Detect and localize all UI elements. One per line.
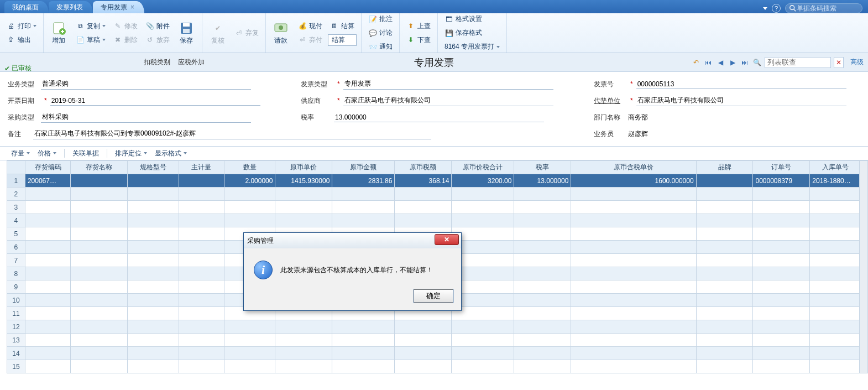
notify-button[interactable]: 📨通知 — [366, 41, 395, 53]
link-query-input[interactable] — [765, 57, 831, 68]
table-row[interactable]: 12 — [7, 320, 861, 334]
col-inbill[interactable]: 入库单号 — [810, 161, 861, 174]
request-button[interactable]: 请款 — [270, 15, 292, 50]
print-button[interactable]: 🖨打印 — [4, 20, 39, 32]
upcheck-button[interactable]: ⬆上查 — [404, 20, 433, 32]
table-row[interactable]: 4 — [7, 214, 861, 227]
cash-button[interactable]: 💰现付 — [296, 20, 325, 32]
btn-label: 放弃 — [156, 35, 170, 45]
dept-value[interactable]: 商务部 — [627, 112, 837, 123]
supplier-value[interactable]: 石家庄跃马电子科技有限公司 — [343, 95, 553, 106]
col-inclprice[interactable]: 原币含税单价 — [571, 161, 696, 174]
table-row[interactable]: 3 — [7, 201, 861, 214]
col-order[interactable]: 订单号 — [753, 161, 810, 174]
ribbon: 🖨打印 ⮸输出 增加 ⧉复制 📄草稿 ✎修改 ✖删除 📎附件 ↺放弃 保存 ✔ … — [0, 13, 868, 53]
copy-button[interactable]: ⧉复制 — [74, 20, 108, 32]
add-button[interactable]: 增加 — [48, 15, 70, 50]
svg-rect-5 — [183, 23, 190, 27]
btn-label: 打印 — [18, 22, 31, 31]
dialog-titlebar[interactable]: 采购管理 ✕ — [244, 233, 461, 248]
search-icon[interactable]: 🔍 — [752, 58, 761, 67]
taxrate-value[interactable]: 13.000000 — [334, 113, 544, 122]
close-icon[interactable]: × — [130, 3, 134, 11]
table-row[interactable]: 2 — [7, 188, 861, 201]
displayformat-menu[interactable]: 显示格式 — [155, 149, 187, 158]
next-icon[interactable]: ▶ — [728, 58, 737, 67]
svg-point-0 — [790, 6, 794, 10]
table-row[interactable]: 15 — [7, 360, 861, 373]
date-value[interactable]: 2019-05-31 — [50, 96, 260, 106]
tab-invoice-list[interactable]: 发票列表 — [49, 1, 93, 13]
last-icon[interactable]: ⏭ — [740, 58, 749, 67]
link-doc[interactable]: 关联单据 — [72, 149, 99, 158]
purtype-value[interactable]: 材料采购 — [41, 112, 251, 123]
dialog-close-button[interactable]: ✕ — [435, 234, 459, 245]
help-icon[interactable]: ? — [772, 4, 781, 13]
col-rate[interactable]: 税率 — [514, 161, 571, 174]
undo-icon[interactable]: ↶ — [692, 58, 700, 67]
col-total[interactable]: 原币价税合计 — [452, 161, 514, 174]
barcode-search[interactable] — [785, 3, 862, 13]
sort-menu[interactable]: 排序定位 — [115, 149, 147, 158]
settle-button[interactable]: 🗏结算 — [328, 20, 357, 32]
col-unit[interactable]: 主计量 — [179, 161, 224, 174]
oppose-button[interactable]: ⏎弃复 — [232, 27, 261, 39]
invno-value[interactable]: 0000005113 — [636, 80, 846, 89]
biztype-value[interactable]: 普通采购 — [41, 79, 251, 90]
format-button[interactable]: 🗔格式设置 — [442, 13, 502, 25]
svg-point-8 — [279, 25, 283, 30]
table-row[interactable]: 1200067…2.0000001415.9300002831.86368.14… — [7, 174, 861, 188]
col-rownum[interactable] — [7, 161, 25, 174]
price-menu[interactable]: 价格 — [38, 149, 56, 158]
giveup-button[interactable]: ⏎弃付 — [296, 34, 325, 46]
settle2-button[interactable]: 结算 — [328, 34, 357, 46]
vertical-scrollbar[interactable] — [859, 160, 868, 373]
dialog-ok-button[interactable]: 确定 — [414, 289, 453, 303]
dept-label: 部门名称 — [594, 113, 627, 122]
audit-button[interactable]: ✔ 复核 — [207, 15, 229, 50]
note-button[interactable]: 📝批注 — [366, 13, 395, 25]
delete-button[interactable]: ✖删除 — [111, 34, 140, 46]
tab-special-invoice[interactable]: 专用发票× — [93, 1, 144, 13]
export-button[interactable]: ⮸输出 — [4, 34, 39, 46]
tab-label: 专用发票 — [101, 3, 127, 11]
downcheck-button[interactable]: ⬇下查 — [404, 34, 433, 46]
oppose-icon: ⏎ — [234, 29, 243, 38]
advanced-link[interactable]: 高级 — [850, 58, 864, 67]
col-tax[interactable]: 原币税额 — [395, 161, 452, 174]
discuss-button[interactable]: 💬讨论 — [366, 27, 395, 39]
stock-menu[interactable]: 存量 — [11, 149, 30, 158]
table-row[interactable]: 14 — [7, 347, 861, 360]
remark-value[interactable]: 石家庄跃马电子科技有限公司到专票00809102#-赵彦辉 — [33, 128, 431, 139]
btn-label: 修改 — [124, 22, 138, 31]
first-icon[interactable]: ⏮ — [704, 58, 713, 67]
prev-icon[interactable]: ◀ — [716, 58, 725, 67]
col-price[interactable]: 原币单价 — [275, 161, 332, 174]
agent-value[interactable]: 石家庄跃马电子科技有限公司 — [636, 95, 846, 106]
dialog-message: 此发票来源包含不核算成本的入库单行，不能结算！ — [280, 266, 433, 275]
tab-bar: 我的桌面 发票列表 专用发票× ? — [0, 0, 868, 13]
invtype-value[interactable]: 专用发票 — [343, 79, 553, 90]
tab-desktop[interactable]: 我的桌面 — [4, 1, 49, 13]
col-code[interactable]: 存货编码 — [25, 161, 70, 174]
col-amt[interactable]: 原币金额 — [332, 161, 395, 174]
btn-label: 讨论 — [379, 28, 393, 38]
col-brand[interactable]: 品牌 — [696, 161, 753, 174]
save-button[interactable]: 保存 — [175, 15, 197, 50]
edit-button[interactable]: ✎修改 — [111, 20, 140, 32]
draft-button[interactable]: 📄草稿 — [74, 34, 108, 46]
tab-menu-dropdown-icon[interactable] — [763, 7, 767, 10]
discard-button[interactable]: ↺放弃 — [143, 34, 172, 46]
clear-icon[interactable]: ✕ — [834, 57, 844, 68]
printset-button[interactable]: 8164 专用发票打 — [442, 41, 502, 53]
grid-toolbar: 存量 价格 关联单据 排序定位 显示格式 — [0, 146, 868, 160]
saveformat-button[interactable]: 💾保存格式 — [442, 27, 502, 39]
col-name[interactable]: 存货名称 — [71, 161, 128, 174]
table-row[interactable]: 13 — [7, 334, 861, 347]
attach-button[interactable]: 📎附件 — [143, 20, 172, 32]
invtype-label: 发票类型 — [301, 80, 334, 89]
col-spec[interactable]: 规格型号 — [128, 161, 179, 174]
col-qty[interactable]: 数量 — [224, 161, 275, 174]
person-value[interactable]: 赵彦辉 — [627, 129, 837, 139]
barcode-search-input[interactable] — [797, 4, 859, 12]
